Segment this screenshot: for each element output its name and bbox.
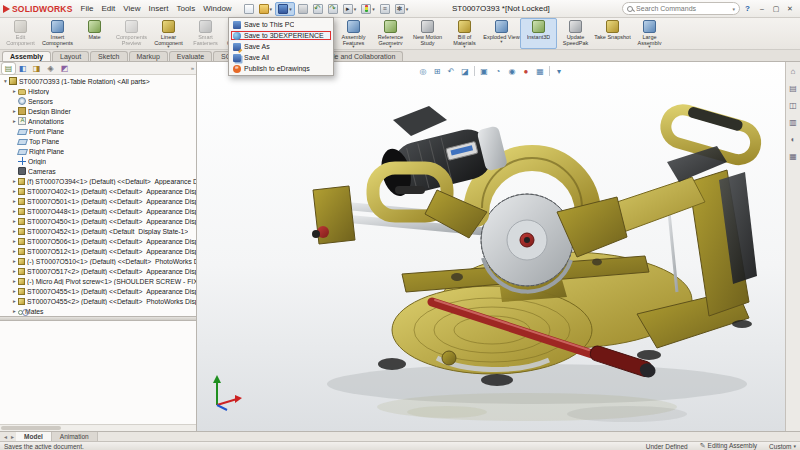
- hide-show-items-icon[interactable]: ◉: [506, 65, 518, 77]
- appearances-scenes-icon[interactable]: ◐: [787, 133, 799, 145]
- ribbon-new-motion-study-button[interactable]: New Motion Study: [409, 18, 446, 49]
- search-input[interactable]: [636, 5, 732, 12]
- view-palette-icon[interactable]: ▥: [787, 116, 799, 128]
- maximize-button[interactable]: ▢: [769, 2, 783, 15]
- tree-item[interactable]: ▸ST0007O455<2> (Default) <<Default>_Phot…: [0, 296, 196, 306]
- doc-tab-model[interactable]: Model: [16, 432, 52, 441]
- file-explorer-icon[interactable]: ◫: [787, 99, 799, 111]
- ribbon-update-speedpak-subassemblies-button[interactable]: Update SpeedPak Subassemblies: [557, 18, 594, 49]
- tree-item[interactable]: ▸History: [0, 86, 196, 96]
- options-button[interactable]: ▾: [393, 3, 411, 15]
- solidworks-resources-icon[interactable]: ⌂: [787, 65, 799, 77]
- ribbon-reference-geometry-button[interactable]: Reference Geometry▾: [372, 18, 409, 49]
- zoom-to-fit-icon[interactable]: ◎: [417, 65, 429, 77]
- tree-expander-icon[interactable]: ▸: [11, 228, 18, 234]
- tree-item[interactable]: ▸ST0007O501<1> (Default) <<Default>_Appe…: [0, 196, 196, 206]
- tree-item[interactable]: ▸(-) ST0007O510<1> (Default) <<Default>_…: [0, 256, 196, 266]
- menu-item-publish-to-edrawings[interactable]: Publish to eDrawings: [230, 63, 332, 74]
- save-button[interactable]: ▾: [275, 2, 295, 16]
- open-button[interactable]: ▾: [257, 3, 275, 15]
- tree-item[interactable]: ▸ST0007O452<1> (Default) <Default_Displa…: [0, 226, 196, 236]
- menu-item-save-all[interactable]: Save All: [230, 52, 332, 63]
- ribbon-instant3d-button[interactable]: Instant3D: [520, 18, 557, 49]
- tree-expander-icon[interactable]: ▸: [11, 208, 18, 214]
- tree-expander-icon[interactable]: ▾: [2, 78, 9, 84]
- command-search[interactable]: ▾: [622, 2, 740, 15]
- menu-item-save-to-3dexperience[interactable]: Save to 3DEXPERIENCE: [230, 30, 332, 41]
- ribbon-large-assembly-settings-button[interactable]: Large Assembly Settings▾: [631, 18, 668, 49]
- previous-view-icon[interactable]: ↶: [445, 65, 457, 77]
- select-dropdown-arrow-icon[interactable]: ▾: [354, 6, 357, 12]
- tree-item[interactable]: ▸ST0007O512<1> (Default) <<Default>_Appe…: [0, 246, 196, 256]
- panel-tabs-overflow-icon[interactable]: »: [191, 65, 194, 71]
- model-miter-saw[interactable]: [197, 62, 785, 431]
- units-selector[interactable]: Custom▾: [769, 443, 796, 450]
- file-properties-button[interactable]: [378, 3, 392, 15]
- tree-item[interactable]: Front Plane: [0, 126, 196, 136]
- dimxpert-manager-tab[interactable]: ◈: [44, 63, 57, 74]
- rebuild-button[interactable]: ▾: [359, 3, 377, 15]
- new-button[interactable]: [242, 3, 256, 15]
- menu-view[interactable]: View: [119, 2, 144, 15]
- menu-insert[interactable]: Insert: [144, 2, 172, 15]
- print-button[interactable]: [296, 3, 310, 15]
- view-settings-icon[interactable]: ▾: [553, 65, 565, 77]
- menu-item-save-to-this-pc[interactable]: Save to This PC: [230, 19, 332, 30]
- tree-expander-icon[interactable]: ▸: [11, 258, 18, 264]
- display-manager-tab[interactable]: ◩: [58, 63, 71, 74]
- menu-tools[interactable]: Tools: [172, 2, 199, 15]
- menu-edit[interactable]: Edit: [97, 2, 119, 15]
- tab-sketch[interactable]: Sketch: [90, 51, 127, 61]
- edit-appearance-icon[interactable]: ●: [520, 65, 532, 77]
- options-dropdown-arrow-icon[interactable]: ▾: [406, 6, 409, 12]
- tab-layout[interactable]: Layout: [52, 51, 89, 61]
- tree-expander-icon[interactable]: ▸: [11, 188, 18, 194]
- ribbon-assembly-features-button[interactable]: Assembly Features▾: [335, 18, 372, 49]
- apply-scene-icon[interactable]: ▦: [534, 65, 546, 77]
- tree-expander-icon[interactable]: ▸: [11, 178, 18, 184]
- tree-item[interactable]: Sensors: [0, 96, 196, 106]
- saw-rear-carry-handle[interactable]: [662, 101, 761, 182]
- tab-markup[interactable]: Markup: [129, 51, 168, 61]
- tree-item[interactable]: ▸ST0007O506<1> (Default) <<Default>_Appe…: [0, 236, 196, 246]
- property-manager-tab[interactable]: ◧: [16, 63, 29, 74]
- tree-expander-icon[interactable]: ▸: [11, 218, 18, 224]
- tree-item[interactable]: ▸ST0007O455<1> (Default) <<Default>_Appe…: [0, 286, 196, 296]
- menu-file[interactable]: File: [77, 2, 98, 15]
- help-icon[interactable]: ?: [743, 4, 752, 13]
- view-orientation-icon[interactable]: ▣: [478, 65, 490, 77]
- tree-expander-icon[interactable]: ▸: [11, 288, 18, 294]
- select-button[interactable]: ▾: [341, 3, 359, 15]
- ribbon-smart-fasteners-button[interactable]: Smart Fasteners: [187, 18, 224, 49]
- tree-item[interactable]: Right Plane: [0, 146, 196, 156]
- panel-horizontal-scrollbar[interactable]: [0, 424, 196, 431]
- tab-assembly[interactable]: Assembly: [2, 51, 51, 61]
- zoom-to-area-icon[interactable]: ⊞: [431, 65, 443, 77]
- redo-button[interactable]: [326, 3, 340, 15]
- custom-properties-icon[interactable]: ▦: [787, 150, 799, 162]
- tree-item[interactable]: ▸Annotations: [0, 116, 196, 126]
- minimize-button[interactable]: –: [755, 2, 769, 15]
- tree-item[interactable]: ▸(f) ST0007O394<1> (Default) <<Default>_…: [0, 176, 196, 186]
- section-view-icon[interactable]: ◪: [459, 65, 471, 77]
- tree-item[interactable]: ▸Mates: [0, 306, 196, 316]
- undo-button[interactable]: [311, 3, 325, 15]
- feature-manager-tab[interactable]: ▤: [2, 63, 15, 74]
- ribbon-exploded-view-button[interactable]: Exploded View▾: [483, 18, 520, 49]
- tree-item[interactable]: ▸ST0007O517<2> (Default) <<Default>_Appe…: [0, 266, 196, 276]
- tree-expander-icon[interactable]: ▸: [11, 298, 18, 304]
- tree-expander-icon[interactable]: ▸: [11, 238, 18, 244]
- tree-expander-icon[interactable]: ▸: [11, 118, 18, 124]
- menu-item-save-as[interactable]: Save As: [230, 41, 332, 52]
- tree-expander-icon[interactable]: ▸: [11, 198, 18, 204]
- tree-item[interactable]: ▸(-) Micro Adj Pivot screw<1> (SHOULDER …: [0, 276, 196, 286]
- tree-expander-icon[interactable]: ▸: [11, 268, 18, 274]
- open-dropdown-arrow-icon[interactable]: ▾: [270, 6, 273, 12]
- tree-item[interactable]: Origin: [0, 156, 196, 166]
- graphics-area[interactable]: ◎⊞↶◪▣◔◉●▦▾: [197, 62, 785, 431]
- scrollbar-thumb[interactable]: [1, 426, 61, 430]
- tree-item[interactable]: ▸Design Binder: [0, 106, 196, 116]
- tree-expander-icon[interactable]: ▸: [11, 88, 18, 94]
- tree-item[interactable]: ▾ST0007O393 (1-Table Rotation) <All part…: [0, 76, 196, 86]
- tab-scroll-right-icon[interactable]: ▸: [9, 432, 16, 441]
